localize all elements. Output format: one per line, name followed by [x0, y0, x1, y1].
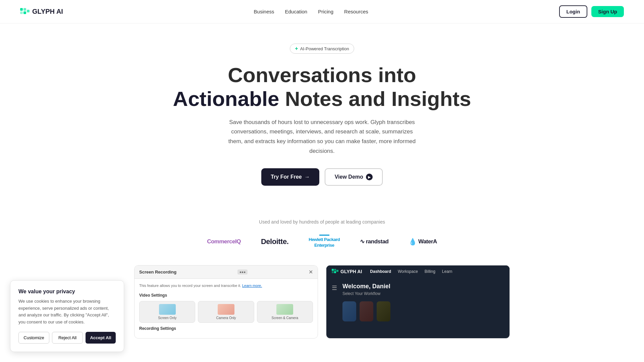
hero-title: Conversations into Actionable Notes and … — [173, 63, 471, 111]
screen-camera-label: Screen & Camera — [272, 316, 298, 320]
workflow-card-3[interactable] — [377, 301, 390, 321]
accept-all-button[interactable]: Accept All — [86, 332, 116, 339]
screen-camera-option[interactable]: Screen & Camera — [257, 301, 313, 323]
login-button[interactable]: Login — [559, 5, 588, 18]
screenshots-section: Screen Recording ●●● ✕ This feature allo… — [121, 265, 523, 339]
view-demo-label: View Demo — [335, 174, 363, 180]
company-hp: Hewlett Packard Enterprise — [309, 235, 340, 248]
dashboard-logo-text: GLYPH AI — [340, 269, 362, 274]
screenshot-left: Screen Recording ●●● ✕ This feature allo… — [134, 265, 318, 339]
video-settings-label: Video Settings — [139, 293, 313, 298]
rec-badge: ●●● — [237, 269, 248, 275]
svg-rect-8 — [334, 271, 336, 273]
video-options: Screen Only Camera Only Screen & Camera — [139, 301, 313, 323]
navbar: GLYPH AI Business Education Pricing Reso… — [0, 0, 644, 23]
svg-rect-6 — [334, 269, 336, 271]
svg-rect-9 — [336, 270, 338, 272]
svg-rect-1 — [23, 8, 26, 11]
try-free-label: Try For Free — [271, 174, 302, 180]
nav-link-education[interactable]: Education — [285, 9, 307, 14]
learn-more-link[interactable]: Learn more. — [242, 284, 262, 288]
welcome-text: Welcome, Daniel — [342, 283, 390, 290]
logo-text: GLYPH AI — [32, 8, 63, 15]
svg-rect-0 — [20, 8, 23, 11]
cookie-banner: We value your privacy We use cookies to … — [10, 280, 124, 339]
svg-rect-3 — [23, 11, 26, 14]
screen-rec-desc: This feature allows you to record your s… — [139, 283, 313, 289]
cookie-title: We value your privacy — [18, 289, 116, 295]
screenshot-right: GLYPH AI Dashboard Workspace Billing Lea… — [326, 265, 510, 339]
hero-title-bold: Actionable — [173, 87, 279, 110]
nav-link-resources[interactable]: Resources — [344, 9, 368, 14]
camera-only-label: Camera Only — [216, 316, 236, 320]
nav-links: Business Education Pricing Resources — [254, 9, 368, 14]
screen-rec-body: This feature allows you to record your s… — [135, 279, 318, 339]
company-deloitte: Deloitte. — [261, 237, 288, 246]
dashboard-link-dashboard[interactable]: Dashboard — [370, 269, 391, 274]
signup-button[interactable]: Sign Up — [591, 6, 624, 17]
hero-section: + AI-Powered Transcription Conversations… — [0, 23, 644, 219]
company-randstad: ∿ randstad — [360, 238, 388, 245]
companies-logos: CommerceIQ Deloitte. Hewlett Packard Ent… — [13, 235, 631, 248]
dashboard-link-workspace[interactable]: Workspace — [398, 269, 418, 274]
dashboard-link-billing[interactable]: Billing — [425, 269, 435, 274]
dashboard-logo: GLYPH AI — [332, 269, 362, 274]
nav-actions: Login Sign Up — [559, 5, 624, 18]
nav-link-business[interactable]: Business — [254, 9, 274, 14]
dashboard-logo-icon — [332, 269, 338, 274]
svg-rect-4 — [27, 10, 30, 12]
companies-section: Used and loved by hundreds of people at … — [0, 219, 644, 265]
view-demo-button[interactable]: View Demo ▶ — [325, 168, 383, 186]
customize-button[interactable]: Customize — [18, 332, 49, 339]
select-workflow-text: Select Your Workflow — [342, 291, 390, 296]
badge-plus-icon: + — [295, 46, 298, 52]
hero-title-rest: Notes and Insights — [279, 87, 471, 110]
workflow-card-2[interactable] — [360, 301, 373, 321]
play-icon: ▶ — [366, 174, 373, 180]
svg-rect-2 — [20, 11, 23, 14]
recording-settings-label: Recording Settings — [139, 326, 313, 331]
nav-link-pricing[interactable]: Pricing — [318, 9, 333, 14]
dashboard-body: ☰ Welcome, Daniel Select Your Workflow — [326, 278, 509, 327]
dashboard-links: Dashboard Workspace Billing Learn — [370, 269, 452, 274]
hero-subtitle: Save thousands of hours lost to unnecess… — [228, 118, 416, 157]
cookie-buttons: Customize Reject All Accept All — [18, 332, 116, 339]
arrow-icon: → — [305, 174, 310, 180]
company-water: 💧WaterA — [409, 238, 437, 246]
water-icon: 💧 — [409, 238, 417, 246]
svg-rect-5 — [332, 269, 334, 271]
hero-buttons: Try For Free → View Demo ▶ — [261, 168, 383, 186]
hero-badge: + AI-Powered Transcription — [290, 44, 354, 54]
dashboard-link-learn[interactable]: Learn — [442, 269, 452, 274]
badge-text: AI-Powered Transcription — [300, 46, 349, 51]
close-icon[interactable]: ✕ — [309, 269, 313, 275]
screen-rec-header: Screen Recording ●●● ✕ — [135, 265, 318, 279]
logo[interactable]: GLYPH AI — [20, 8, 63, 15]
reject-all-button[interactable]: Reject All — [52, 332, 83, 339]
try-free-button[interactable]: Try For Free → — [261, 168, 319, 186]
workflow-card-1[interactable] — [342, 301, 356, 321]
hero-title-line1: Conversations into — [228, 63, 416, 86]
screen-only-option[interactable]: Screen Only — [139, 301, 195, 323]
screen-only-label: Screen Only — [158, 316, 176, 320]
logo-icon — [20, 8, 30, 15]
sidebar-toggle-icon[interactable]: ☰ — [332, 283, 337, 321]
camera-only-option[interactable]: Camera Only — [198, 301, 254, 323]
svg-rect-7 — [332, 271, 334, 273]
company-commerceiq: CommerceIQ — [207, 238, 241, 245]
companies-label: Used and loved by hundreds of people at … — [13, 219, 631, 225]
workflow-cards — [342, 301, 390, 321]
cookie-text: We use cookies to enhance your browsing … — [18, 298, 116, 326]
dashboard-nav: GLYPH AI Dashboard Workspace Billing Lea… — [326, 265, 509, 278]
screen-rec-title: Screen Recording — [139, 269, 176, 275]
